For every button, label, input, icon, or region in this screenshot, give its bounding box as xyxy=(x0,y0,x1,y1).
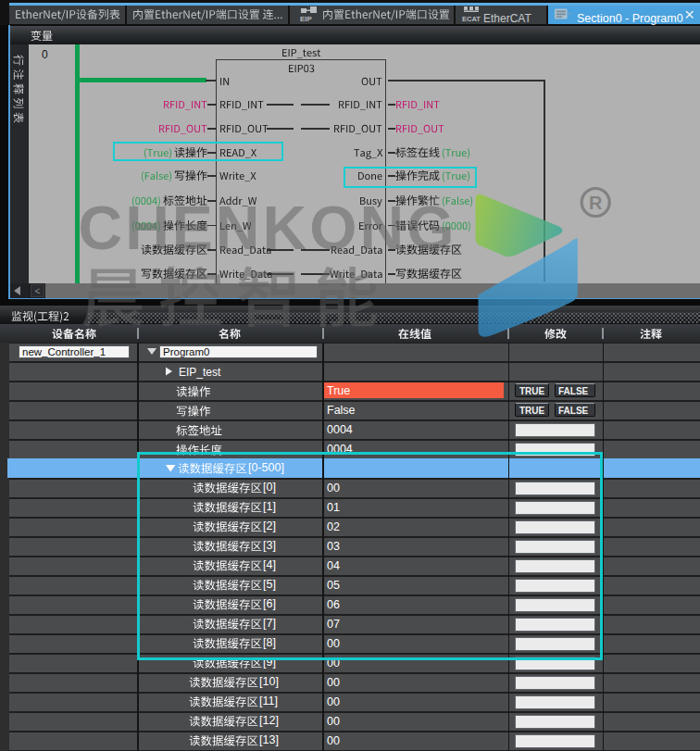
svg-text:ECAT: ECAT xyxy=(462,15,481,23)
svg-text:EIP: EIP xyxy=(300,15,313,23)
svg-text:R: R xyxy=(589,193,603,213)
